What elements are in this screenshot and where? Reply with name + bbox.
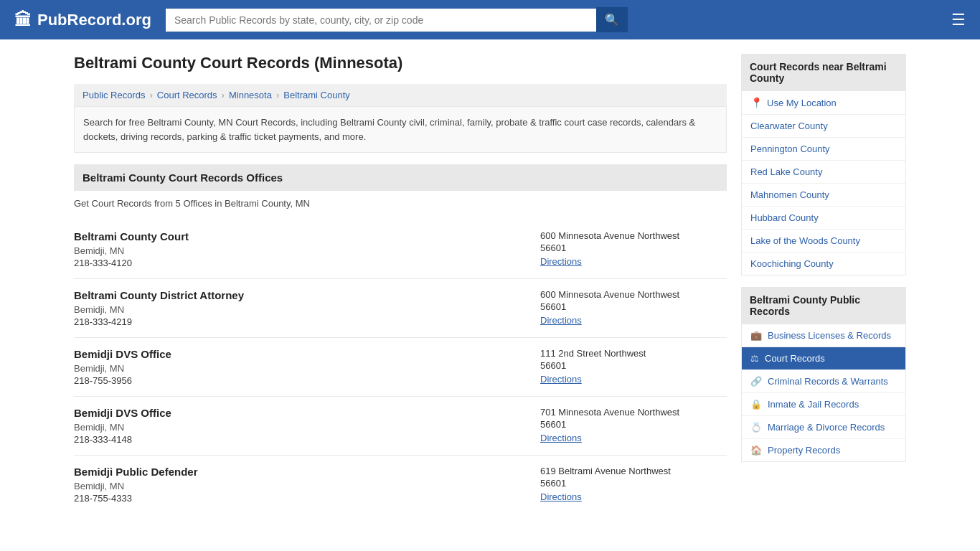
search-input[interactable] (166, 9, 596, 32)
pub-record-link[interactable]: Marriage & Divorce Records (768, 422, 885, 433)
office-city: Bemidji, MN (74, 304, 526, 315)
nearby-county-link[interactable]: Mahnomen County (750, 189, 829, 200)
office-address: 111 2nd Street Northwest 56601 Direction… (526, 348, 727, 385)
public-records-list: 💼 Business Licenses & Records ⚖ Court Re… (741, 324, 906, 462)
breadcrumb-public-records[interactable]: Public Records (83, 90, 145, 100)
office-address: 701 Minnesota Avenue Northwest 56601 Dir… (526, 407, 727, 443)
nearby-county-link[interactable]: Pennington County (750, 143, 830, 154)
pub-record-icon: 🏠 (750, 445, 762, 456)
nearby-county-item[interactable]: Pennington County (742, 138, 905, 161)
offices-intro: Get Court Records from 5 Offices in Belt… (74, 191, 727, 216)
public-record-item[interactable]: 💍 Marriage & Divorce Records (742, 416, 905, 439)
office-phone: 218-755-4333 (74, 493, 526, 504)
office-city: Bemidji, MN (74, 422, 526, 433)
breadcrumb-sep-2: › (222, 90, 225, 100)
nearby-county-item[interactable]: Koochiching County (742, 253, 905, 275)
sidebar: Court Records near Beltrami County 📍 Use… (741, 54, 906, 514)
office-entry: Bemidji Public Defender Bemidji, MN 218-… (74, 456, 727, 514)
pub-record-icon: 💍 (750, 422, 762, 433)
pub-record-icon: 🔒 (750, 399, 762, 410)
address-line1: 619 Beltrami Avenue Northwest (540, 466, 727, 476)
offices-list: Beltrami County Court Bemidji, MN 218-33… (74, 220, 727, 514)
address-line2: 56601 (540, 360, 727, 371)
offices-section-header: Beltrami County Court Records Offices (74, 164, 727, 191)
search-button[interactable]: 🔍 (596, 7, 628, 32)
public-record-item[interactable]: 🔗 Criminal Records & Warrants (742, 370, 905, 393)
pub-record-icon: 🔗 (750, 376, 762, 387)
public-records-header: Beltrami County Public Records (741, 287, 906, 324)
office-entry: Bemidji DVS Office Bemidji, MN 218-333-4… (74, 397, 727, 456)
office-entry: Beltrami County Court Bemidji, MN 218-33… (74, 220, 727, 279)
directions-link[interactable]: Directions (540, 433, 727, 443)
nearby-county-link[interactable]: Lake of the Woods County (750, 235, 860, 246)
search-icon: 🔍 (605, 14, 619, 26)
pub-record-link[interactable]: Property Records (768, 445, 840, 456)
nearby-county-item[interactable]: Mahnomen County (742, 184, 905, 207)
nearby-county-link[interactable]: Red Lake County (750, 166, 822, 177)
office-phone: 218-333-4219 (74, 316, 526, 327)
office-address: 600 Minnesota Avenue Northwest 56601 Dir… (526, 230, 727, 267)
search-area: 🔍 (166, 7, 931, 32)
pub-record-link[interactable]: Inmate & Jail Records (768, 399, 859, 410)
address-line2: 56601 (540, 478, 727, 489)
breadcrumb-beltrami[interactable]: Beltrami County (283, 90, 349, 100)
office-address: 619 Beltrami Avenue Northwest 56601 Dire… (526, 466, 727, 502)
office-name: Bemidji DVS Office (74, 348, 526, 360)
public-record-item[interactable]: 🔒 Inmate & Jail Records (742, 393, 905, 416)
pub-record-icon: 💼 (750, 330, 762, 341)
office-info: Bemidji DVS Office Bemidji, MN 218-333-4… (74, 407, 526, 445)
address-line2: 56601 (540, 419, 727, 430)
nearby-counties-list: 📍 Use My Location Clearwater CountyPenni… (741, 91, 906, 276)
office-phone: 218-755-3956 (74, 375, 526, 386)
nearby-county-item[interactable]: Clearwater County (742, 115, 905, 138)
site-header: 🏛 PubRecord.org 🔍 ☰ (0, 0, 980, 39)
office-info: Beltrami County Court Bemidji, MN 218-33… (74, 230, 526, 268)
breadcrumb-minnesota[interactable]: Minnesota (229, 90, 272, 100)
pub-record-link[interactable]: Criminal Records & Warrants (768, 376, 888, 387)
pub-record-link[interactable]: Business Licenses & Records (768, 330, 891, 341)
site-logo[interactable]: 🏛 PubRecord.org (14, 10, 151, 30)
directions-link[interactable]: Directions (540, 256, 727, 267)
main-container: Beltrami County Court Records (Minnesota… (60, 39, 920, 528)
office-name: Bemidji DVS Office (74, 407, 526, 419)
use-location-link[interactable]: Use My Location (767, 98, 837, 108)
office-name: Beltrami County District Attorney (74, 289, 526, 301)
nearby-county-item[interactable]: Lake of the Woods County (742, 230, 905, 253)
office-address: 600 Minnesota Avenue Northwest 56601 Dir… (526, 289, 727, 326)
address-line1: 600 Minnesota Avenue Northwest (540, 289, 727, 300)
nearby-county-link[interactable]: Hubbard County (750, 212, 819, 223)
menu-button[interactable]: ☰ (951, 11, 966, 29)
breadcrumb-court-records[interactable]: Court Records (157, 90, 217, 100)
office-entry: Bemidji DVS Office Bemidji, MN 218-755-3… (74, 338, 727, 397)
directions-link[interactable]: Directions (540, 374, 727, 385)
address-line2: 56601 (540, 242, 727, 253)
office-city: Bemidji, MN (74, 481, 526, 491)
office-city: Bemidji, MN (74, 363, 526, 374)
pub-record-link[interactable]: Court Records (765, 353, 825, 364)
breadcrumb-sep-1: › (149, 90, 152, 100)
page-description: Search for free Beltrami County, MN Cour… (74, 106, 727, 153)
use-location-item[interactable]: 📍 Use My Location (742, 91, 905, 115)
office-info: Beltrami County District Attorney Bemidj… (74, 289, 526, 327)
public-record-item[interactable]: ⚖ Court Records (742, 347, 905, 370)
office-info: Bemidji DVS Office Bemidji, MN 218-755-3… (74, 348, 526, 386)
office-entry: Beltrami County District Attorney Bemidj… (74, 279, 727, 338)
pub-record-icon: ⚖ (750, 353, 759, 364)
directions-link[interactable]: Directions (540, 315, 727, 326)
logo-text: PubRecord.org (37, 11, 151, 29)
hamburger-icon: ☰ (951, 11, 966, 29)
directions-link[interactable]: Directions (540, 491, 727, 502)
public-record-item[interactable]: 🏠 Property Records (742, 439, 905, 461)
office-phone: 218-333-4148 (74, 434, 526, 445)
nearby-county-item[interactable]: Hubbard County (742, 207, 905, 230)
logo-icon: 🏛 (14, 10, 32, 30)
public-record-item[interactable]: 💼 Business Licenses & Records (742, 324, 905, 347)
office-info: Bemidji Public Defender Bemidji, MN 218-… (74, 466, 526, 504)
address-line1: 111 2nd Street Northwest (540, 348, 727, 359)
nearby-county-link[interactable]: Clearwater County (750, 121, 828, 131)
address-line2: 56601 (540, 301, 727, 312)
breadcrumb: Public Records › Court Records › Minneso… (74, 84, 727, 106)
nearby-county-item[interactable]: Red Lake County (742, 161, 905, 184)
location-icon: 📍 (750, 97, 763, 108)
nearby-county-link[interactable]: Koochiching County (750, 258, 834, 269)
